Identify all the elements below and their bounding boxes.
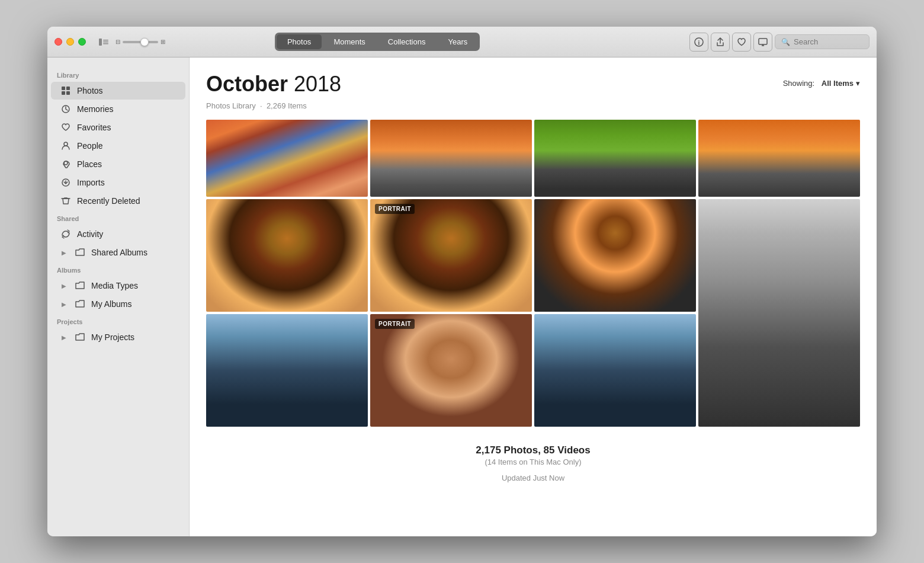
media-types-folder-icon <box>75 280 85 291</box>
app-window: ⊟ ⊞ Photos Moments Collections Years i <box>47 27 877 536</box>
sidebar-item-people[interactable]: People <box>51 137 185 155</box>
sidebar-item-my-albums[interactable]: ▶ My Albums <box>51 295 185 313</box>
photo-cell-6[interactable]: PORTRAIT <box>370 199 532 312</box>
footer-stats: 2,175 Photos, 85 Videos (14 Items on Thi… <box>206 427 860 492</box>
shared-albums-folder-icon <box>75 247 85 258</box>
content-header: October 2018 Showing: All Items ▾ <box>206 72 860 97</box>
memories-icon <box>60 104 71 114</box>
sidebar-item-my-projects[interactable]: ▶ My Projects <box>51 328 185 346</box>
svg-rect-8 <box>66 87 70 90</box>
activity-icon <box>60 229 71 239</box>
photo-cell-7[interactable] <box>534 199 696 312</box>
places-icon <box>60 159 71 169</box>
titlebar-actions: i 🔍 <box>689 33 870 52</box>
sidebar: Library Photos <box>47 57 190 536</box>
svg-rect-10 <box>66 91 70 95</box>
sidebar-photos-label: Photos <box>77 86 103 95</box>
zoom-slider[interactable] <box>123 41 158 43</box>
month-title: October 2018 <box>206 72 341 96</box>
chevron-down-icon: ▾ <box>856 79 860 88</box>
media-types-expand-icon: ▶ <box>60 282 68 289</box>
titlebar: ⊟ ⊞ Photos Moments Collections Years i <box>47 27 877 57</box>
sidebar-item-shared-albums[interactable]: ▶ Shared Albums <box>51 244 185 261</box>
search-box: 🔍 <box>775 34 870 49</box>
maximize-button[interactable] <box>78 38 86 46</box>
sidebar-people-label: People <box>77 141 103 151</box>
traffic-lights <box>54 38 86 46</box>
search-icon: 🔍 <box>781 38 790 46</box>
info-button[interactable]: i <box>689 33 708 52</box>
search-input[interactable] <box>794 37 863 46</box>
zoom-slider-container: ⊟ ⊞ <box>116 39 165 45</box>
photo-cell-1[interactable] <box>206 120 368 197</box>
svg-rect-9 <box>62 91 65 95</box>
month-year-title: October 2018 <box>206 72 341 97</box>
svg-point-12 <box>64 142 68 146</box>
sidebar-places-label: Places <box>77 159 102 169</box>
showing-label: Showing: <box>783 79 814 88</box>
photo-cell-11[interactable] <box>534 314 696 427</box>
share-button[interactable] <box>711 33 730 52</box>
photo-content: October 2018 Showing: All Items ▾ Photos… <box>190 57 877 536</box>
minimize-button[interactable] <box>66 38 74 46</box>
my-projects-folder-icon <box>75 332 85 343</box>
library-subtitle: Photos Library · 2,269 Items <box>206 101 860 110</box>
library-section-header: Library <box>47 67 189 81</box>
items-count: 2,269 Items <box>267 101 307 110</box>
sidebar-my-albums-label: My Albums <box>91 299 131 309</box>
tab-collections[interactable]: Collections <box>377 34 437 49</box>
sidebar-item-memories[interactable]: Memories <box>51 100 185 118</box>
photo-cell-9[interactable] <box>206 314 368 427</box>
updated-status: Updated Just Now <box>206 474 860 482</box>
portrait-badge-2: PORTRAIT <box>375 319 415 329</box>
photo-cell-3[interactable] <box>534 120 696 197</box>
slideshow-button[interactable] <box>753 33 772 52</box>
sidebar-activity-label: Activity <box>77 229 103 239</box>
zoom-in-icon: ⊞ <box>161 39 165 45</box>
photos-icon <box>60 85 71 96</box>
imports-icon <box>60 177 71 188</box>
sidebar-imports-label: Imports <box>77 178 105 187</box>
photo-cell-8[interactable] <box>698 199 860 427</box>
sidebar-item-favorites[interactable]: Favorites <box>51 119 185 136</box>
shared-albums-expand-icon: ▶ <box>60 249 68 256</box>
close-button[interactable] <box>54 38 62 46</box>
month-label: October <box>206 72 288 96</box>
photo-row-1 <box>206 120 860 197</box>
sidebar-item-photos[interactable]: Photos <box>51 82 185 100</box>
sidebar-item-recently-deleted[interactable]: Recently Deleted <box>51 192 185 210</box>
photo-cell-5[interactable] <box>206 199 368 312</box>
showing-value: All Items <box>822 79 854 88</box>
sidebar-recently-deleted-label: Recently Deleted <box>77 196 140 206</box>
sidebar-media-types-label: Media Types <box>91 281 138 290</box>
shared-section-header: Shared <box>47 210 189 225</box>
sidebar-toggle-button[interactable] <box>95 34 112 50</box>
tab-photos[interactable]: Photos <box>277 34 322 49</box>
zoom-out-icon: ⊟ <box>116 39 120 45</box>
nav-tabs: Photos Moments Collections Years <box>275 33 480 51</box>
tab-moments[interactable]: Moments <box>323 34 376 49</box>
showing-filter[interactable]: Showing: All Items ▾ <box>783 79 860 88</box>
albums-section-header: Albums <box>47 262 189 276</box>
favorite-button[interactable] <box>732 33 751 52</box>
photo-cell-4[interactable] <box>698 120 860 197</box>
photo-cell-2[interactable] <box>370 120 532 197</box>
svg-rect-1 <box>103 40 108 41</box>
sidebar-item-places[interactable]: Places <box>51 155 185 173</box>
people-icon <box>60 140 71 151</box>
sidebar-item-media-types[interactable]: ▶ Media Types <box>51 277 185 295</box>
portrait-badge-1: PORTRAIT <box>375 204 415 214</box>
tab-years[interactable]: Years <box>437 34 478 49</box>
stats-secondary: (14 Items on This Mac Only) <box>206 458 860 466</box>
sidebar-my-projects-label: My Projects <box>91 332 134 342</box>
svg-text:i: i <box>698 39 700 46</box>
svg-rect-3 <box>103 43 108 44</box>
my-albums-expand-icon: ▶ <box>60 300 68 308</box>
photo-cell-10[interactable]: PORTRAIT <box>370 314 532 427</box>
sidebar-shared-albums-label: Shared Albums <box>91 248 147 257</box>
sidebar-item-imports[interactable]: Imports <box>51 174 185 191</box>
svg-rect-7 <box>62 87 65 90</box>
main-content: Library Photos <box>47 57 877 536</box>
sidebar-item-activity[interactable]: Activity <box>51 225 185 243</box>
projects-section-header: Projects <box>47 314 189 328</box>
